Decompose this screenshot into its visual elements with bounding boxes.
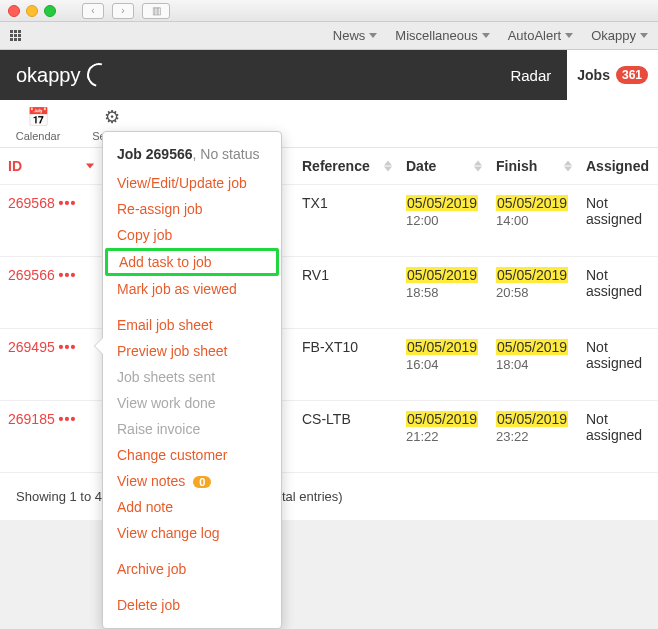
calendar-icon: 📅 — [27, 106, 49, 128]
sort-indicator — [564, 161, 572, 172]
table-row[interactable]: 269566 •••RV105/05/201918:5805/05/201920… — [0, 257, 658, 329]
window-zoom-dot[interactable] — [44, 5, 56, 17]
cm-view-work: View work done — [103, 390, 281, 416]
bookmark-label: Miscellaneous — [395, 28, 477, 43]
toolbar-label: Calendar — [16, 130, 61, 142]
brand[interactable]: okappy — [16, 63, 111, 87]
cm-delete[interactable]: Delete job — [103, 592, 281, 618]
col-label: Assigned — [586, 158, 649, 174]
window-minimize-dot[interactable] — [26, 5, 38, 17]
chevron-down-icon — [369, 33, 377, 38]
cell-date: 05/05/201916:04 — [398, 329, 488, 401]
cm-view-notes[interactable]: View notes 0 — [103, 468, 281, 494]
col-label: ID — [8, 158, 22, 174]
row-actions-icon[interactable]: ••• — [59, 339, 77, 355]
cm-view-edit[interactable]: View/Edit/Update job — [103, 170, 281, 196]
cm-raise-invoice: Raise invoice — [103, 416, 281, 442]
col-assigned[interactable]: Assigned — [578, 148, 658, 185]
col-finish[interactable]: Finish — [488, 148, 578, 185]
cell-date: 05/05/201918:58 — [398, 257, 488, 329]
cell-assigned: Not assigned — [578, 257, 658, 329]
sort-indicator — [86, 164, 94, 169]
gear-icon: ⚙ — [104, 106, 120, 128]
cell-reference: TX1 — [294, 185, 398, 257]
brand-text: okappy — [16, 64, 81, 87]
cm-mark-viewed[interactable]: Mark job as viewed — [103, 276, 281, 302]
cm-view-notes-label: View notes — [117, 473, 185, 489]
col-label: Date — [406, 158, 436, 174]
cell-finish: 05/05/201914:00 — [488, 185, 578, 257]
window-close-dot[interactable] — [8, 5, 20, 17]
bookmark-okappy[interactable]: Okappy — [591, 28, 648, 43]
cell-date: 05/05/201912:00 — [398, 185, 488, 257]
cell-assigned: Not assigned — [578, 329, 658, 401]
context-job-status: , No status — [193, 146, 260, 162]
sort-desc-icon — [86, 164, 94, 169]
context-job-id: Job 269566 — [117, 146, 193, 162]
cm-reassign[interactable]: Re-assign job — [103, 196, 281, 222]
cell-id[interactable]: 269495 ••• — [0, 329, 100, 401]
cell-finish: 05/05/201920:58 — [488, 257, 578, 329]
cell-id[interactable]: 269185 ••• — [0, 401, 100, 473]
cell-reference: FB-XT10 — [294, 329, 398, 401]
cm-copy[interactable]: Copy job — [103, 222, 281, 248]
chevron-down-icon — [482, 33, 490, 38]
bookmark-misc[interactable]: Miscellaneous — [395, 28, 489, 43]
cell-id[interactable]: 269568 ••• — [0, 185, 100, 257]
cell-assigned: Not assigned — [578, 401, 658, 473]
chevron-down-icon — [640, 33, 648, 38]
row-actions-icon[interactable]: ••• — [59, 267, 77, 283]
jobs-table: ID Reference Date Finish Assigned 269568… — [0, 148, 658, 473]
bookmark-autoalert[interactable]: AutoAlert — [508, 28, 573, 43]
bookmark-label: News — [333, 28, 366, 43]
chevron-down-icon — [565, 33, 573, 38]
cm-add-note[interactable]: Add note — [103, 494, 281, 520]
cm-email-sheet[interactable]: Email job sheet — [103, 312, 281, 338]
nav-radar[interactable]: Radar — [494, 50, 567, 100]
cm-archive[interactable]: Archive job — [103, 556, 281, 582]
row-actions-icon[interactable]: ••• — [59, 411, 77, 427]
nav-back[interactable]: ‹ — [82, 3, 104, 19]
job-context-menu: Job 269566, No status View/Edit/Update j… — [102, 131, 282, 629]
cell-reference: RV1 — [294, 257, 398, 329]
jobs-table-wrap: ID Reference Date Finish Assigned 269568… — [0, 148, 658, 520]
brand-swirl-icon — [82, 59, 115, 92]
sort-indicator — [384, 161, 392, 172]
cm-sheets-sent: Job sheets sent — [103, 364, 281, 390]
toolbar-calendar[interactable]: 📅 Calendar — [16, 106, 60, 142]
table-row[interactable]: 269568 •••TX105/05/201912:0005/05/201914… — [0, 185, 658, 257]
col-label: Finish — [496, 158, 537, 174]
app-header: okappy Radar Jobs 361 — [0, 50, 658, 100]
bookmark-label: AutoAlert — [508, 28, 561, 43]
cell-finish: 05/05/201918:04 — [488, 329, 578, 401]
bookmark-news[interactable]: News — [333, 28, 378, 43]
jobs-count-badge: 361 — [616, 66, 648, 84]
toolbar: 📅 Calendar ⚙ Settings — [0, 100, 658, 148]
nav-sidebar[interactable]: ▥ — [142, 3, 170, 19]
context-menu-title: Job 269566, No status — [103, 142, 281, 170]
bookmarks-bar: News Miscellaneous AutoAlert Okappy — [0, 22, 658, 50]
col-id[interactable]: ID — [0, 148, 100, 185]
sort-indicator — [474, 161, 482, 172]
nav-jobs-label: Jobs — [577, 67, 610, 83]
row-actions-icon[interactable]: ••• — [59, 195, 77, 211]
col-date[interactable]: Date — [398, 148, 488, 185]
cm-change-log[interactable]: View change log — [103, 520, 281, 546]
notes-count-badge: 0 — [193, 476, 211, 488]
col-label: Reference — [302, 158, 370, 174]
nav-jobs-active[interactable]: Jobs 361 — [567, 50, 658, 100]
apps-grid-icon[interactable] — [10, 30, 21, 41]
mac-titlebar: ‹ › ▥ — [0, 0, 658, 22]
table-row[interactable]: 269185 •••CS-LTB05/05/201921:2205/05/201… — [0, 401, 658, 473]
table-header-row: ID Reference Date Finish Assigned — [0, 148, 658, 185]
cm-change-customer[interactable]: Change customer — [103, 442, 281, 468]
nav-forward[interactable]: › — [112, 3, 134, 19]
cell-id[interactable]: 269566 ••• — [0, 257, 100, 329]
nav-buttons: ‹ › ▥ — [82, 3, 170, 19]
cm-add-task[interactable]: Add task to job — [105, 248, 279, 276]
cell-reference: CS-LTB — [294, 401, 398, 473]
cell-assigned: Not assigned — [578, 185, 658, 257]
bookmark-label: Okappy — [591, 28, 636, 43]
cm-preview-sheet[interactable]: Preview job sheet — [103, 338, 281, 364]
col-reference[interactable]: Reference — [294, 148, 398, 185]
